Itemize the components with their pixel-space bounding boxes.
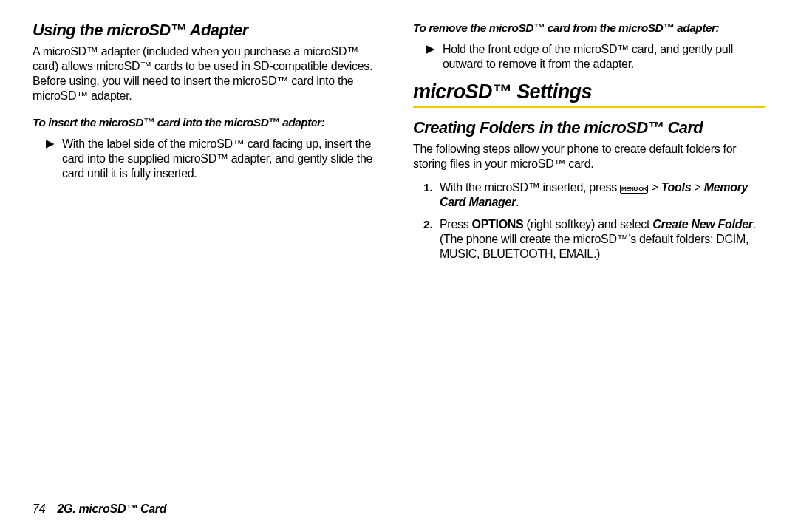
footer-section-title: 2G. microSD™ Card (57, 502, 166, 516)
softkey-options: OPTIONS (472, 218, 524, 231)
step-2-text: Press OPTIONS (right softkey) and select… (440, 217, 761, 262)
text-fragment: With the microSD™ inserted, press (440, 181, 620, 194)
step-number: 1. (423, 180, 440, 210)
triangle-icon: ▶ (46, 137, 62, 181)
remove-step-text: Hold the front edge of the microSD™ card… (443, 42, 761, 72)
intro-paragraph: A microSD™ adapter (included when you pu… (33, 44, 385, 103)
text-fragment: > (648, 181, 661, 194)
triangle-icon: ▶ (426, 42, 443, 72)
left-column: Using the microSD™ Adapter A microSD™ ad… (33, 21, 385, 497)
step-1: 1. With the microSD™ inserted, press MEN… (413, 180, 765, 210)
page-number: 74 (33, 502, 45, 516)
text-fragment: Press (440, 218, 472, 231)
remove-step: ▶ Hold the front edge of the microSD™ ca… (413, 42, 765, 72)
text-fragment: . (516, 196, 519, 208)
insert-step: ▶ With the label side of the microSD™ ca… (33, 137, 385, 181)
page-footer: 74 2G. microSD™ Card (33, 502, 765, 516)
menu-ok-key-icon: MENU OK (620, 185, 648, 194)
step-1-text: With the microSD™ inserted, press MENU O… (440, 180, 761, 210)
step-2: 2. Press OPTIONS (right softkey) and sel… (413, 217, 765, 262)
menu-path-tools: Tools (661, 181, 692, 194)
section-heading-settings: microSD™ Settings (413, 81, 765, 108)
create-intro: The following steps allow your phone to … (413, 142, 765, 171)
text-fragment: (right softkey) and select (523, 218, 652, 231)
two-column-layout: Using the microSD™ Adapter A microSD™ ad… (33, 21, 765, 497)
subheading-create-folders: Creating Folders in the microSD™ Card (413, 118, 765, 137)
right-column: To remove the microSD™ card from the mic… (413, 21, 765, 497)
insert-step-text: With the label side of the microSD™ card… (62, 137, 381, 181)
text-fragment: > (691, 181, 703, 194)
menu-item-create-new-folder: Create New Folder (652, 218, 752, 231)
step-number: 2. (423, 217, 440, 262)
manual-page: Using the microSD™ Adapter A microSD™ ad… (0, 0, 798, 532)
subheading-adapter: Using the microSD™ Adapter (33, 21, 385, 40)
insert-title: To insert the microSD™ card into the mic… (33, 115, 385, 129)
remove-title: To remove the microSD™ card from the mic… (413, 21, 765, 35)
